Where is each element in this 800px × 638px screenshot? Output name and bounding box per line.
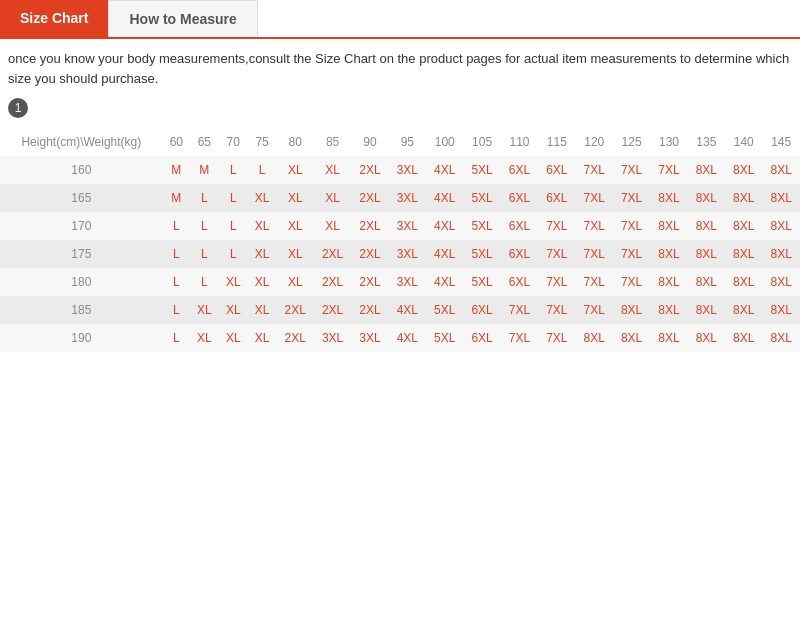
- table-row: 180LLXLXLXL2XL2XL3XL4XL5XL6XL7XL7XL7XL8X…: [0, 268, 800, 296]
- size-cell: 7XL: [538, 212, 575, 240]
- size-cell: 8XL: [688, 268, 725, 296]
- size-cell: 3XL: [389, 240, 426, 268]
- size-cell: 8XL: [688, 184, 725, 212]
- column-header-weight: 75: [248, 128, 277, 156]
- size-cell: 2XL: [314, 296, 351, 324]
- size-cell: 3XL: [389, 268, 426, 296]
- size-cell: 2XL: [351, 184, 388, 212]
- size-cell: XL: [314, 212, 351, 240]
- size-cell: XL: [277, 268, 314, 296]
- size-cell: 3XL: [389, 184, 426, 212]
- size-cell: L: [190, 184, 219, 212]
- size-cell: XL: [219, 268, 248, 296]
- size-cell: 5XL: [463, 240, 500, 268]
- description-text: once you know your body measurements,con…: [0, 39, 800, 92]
- size-cell: 7XL: [538, 268, 575, 296]
- size-cell: 4XL: [426, 156, 463, 184]
- row-height-label: 180: [0, 268, 163, 296]
- size-cell: 6XL: [501, 212, 538, 240]
- size-cell: L: [219, 240, 248, 268]
- row-height-label: 190: [0, 324, 163, 352]
- size-cell: 8XL: [613, 296, 650, 324]
- size-cell: 5XL: [426, 324, 463, 352]
- column-header-weight: 140: [725, 128, 762, 156]
- size-cell: XL: [248, 212, 277, 240]
- size-cell: 7XL: [650, 156, 687, 184]
- size-cell: L: [163, 212, 190, 240]
- size-cell: 7XL: [613, 156, 650, 184]
- tabs-container: Size Chart How to Measure: [0, 0, 800, 39]
- size-cell: XL: [219, 324, 248, 352]
- column-header-weight: 95: [389, 128, 426, 156]
- table-row: 165MLLXLXLXL2XL3XL4XL5XL6XL6XL7XL7XL8XL8…: [0, 184, 800, 212]
- size-cell: 7XL: [576, 240, 613, 268]
- table-row: 185LXLXLXL2XL2XL2XL4XL5XL6XL7XL7XL7XL8XL…: [0, 296, 800, 324]
- row-height-label: 170: [0, 212, 163, 240]
- size-cell: XL: [314, 156, 351, 184]
- size-cell: 8XL: [762, 184, 800, 212]
- column-header-weight: 125: [613, 128, 650, 156]
- tab-how-to-measure[interactable]: How to Measure: [108, 0, 257, 37]
- size-cell: 5XL: [463, 268, 500, 296]
- size-cell: 2XL: [351, 156, 388, 184]
- size-cell: 3XL: [351, 324, 388, 352]
- size-cell: L: [190, 268, 219, 296]
- size-cell: L: [163, 268, 190, 296]
- size-cell: 6XL: [501, 156, 538, 184]
- size-cell: 6XL: [501, 268, 538, 296]
- column-header-weight: 65: [190, 128, 219, 156]
- column-header-weight: 115: [538, 128, 575, 156]
- size-cell: 8XL: [762, 268, 800, 296]
- table-row: 160MMLLXLXL2XL3XL4XL5XL6XL6XL7XL7XL7XL8X…: [0, 156, 800, 184]
- size-cell: L: [248, 156, 277, 184]
- size-cell: M: [163, 184, 190, 212]
- size-cell: 2XL: [351, 268, 388, 296]
- size-cell: 8XL: [650, 268, 687, 296]
- size-cell: XL: [248, 296, 277, 324]
- size-cell: 7XL: [501, 324, 538, 352]
- size-cell: 2XL: [314, 268, 351, 296]
- size-cell: M: [190, 156, 219, 184]
- size-cell: L: [219, 184, 248, 212]
- column-header-label: Height(cm)\Weight(kg): [0, 128, 163, 156]
- size-cell: 7XL: [613, 268, 650, 296]
- column-header-weight: 60: [163, 128, 190, 156]
- table-row: 170LLLXLXLXL2XL3XL4XL5XL6XL7XL7XL7XL8XL8…: [0, 212, 800, 240]
- size-cell: 4XL: [426, 184, 463, 212]
- size-cell: 7XL: [613, 212, 650, 240]
- size-cell: 4XL: [389, 324, 426, 352]
- size-cell: 8XL: [725, 212, 762, 240]
- size-cell: 8XL: [762, 240, 800, 268]
- size-cell: 4XL: [389, 296, 426, 324]
- size-cell: 8XL: [762, 212, 800, 240]
- size-cell: 6XL: [463, 324, 500, 352]
- size-cell: L: [190, 240, 219, 268]
- size-cell: 8XL: [725, 156, 762, 184]
- size-cell: 2XL: [351, 296, 388, 324]
- size-cell: 8XL: [688, 156, 725, 184]
- table-body: 160MMLLXLXL2XL3XL4XL5XL6XL6XL7XL7XL7XL8X…: [0, 156, 800, 352]
- row-height-label: 175: [0, 240, 163, 268]
- size-cell: XL: [190, 324, 219, 352]
- size-cell: 7XL: [613, 240, 650, 268]
- size-cell: 7XL: [576, 296, 613, 324]
- size-cell: 7XL: [576, 156, 613, 184]
- size-cell: 3XL: [314, 324, 351, 352]
- size-cell: 4XL: [426, 240, 463, 268]
- row-height-label: 160: [0, 156, 163, 184]
- column-header-weight: 135: [688, 128, 725, 156]
- size-cell: 7XL: [501, 296, 538, 324]
- size-cell: 7XL: [538, 240, 575, 268]
- size-cell: 8XL: [725, 268, 762, 296]
- size-cell: 2XL: [277, 324, 314, 352]
- size-cell: XL: [219, 296, 248, 324]
- size-cell: XL: [248, 324, 277, 352]
- size-cell: L: [190, 212, 219, 240]
- row-height-label: 165: [0, 184, 163, 212]
- size-cell: 8XL: [576, 324, 613, 352]
- tab-size-chart[interactable]: Size Chart: [0, 0, 108, 37]
- size-cell: 6XL: [501, 240, 538, 268]
- size-cell: 8XL: [613, 324, 650, 352]
- size-cell: L: [219, 156, 248, 184]
- size-cell: 8XL: [725, 296, 762, 324]
